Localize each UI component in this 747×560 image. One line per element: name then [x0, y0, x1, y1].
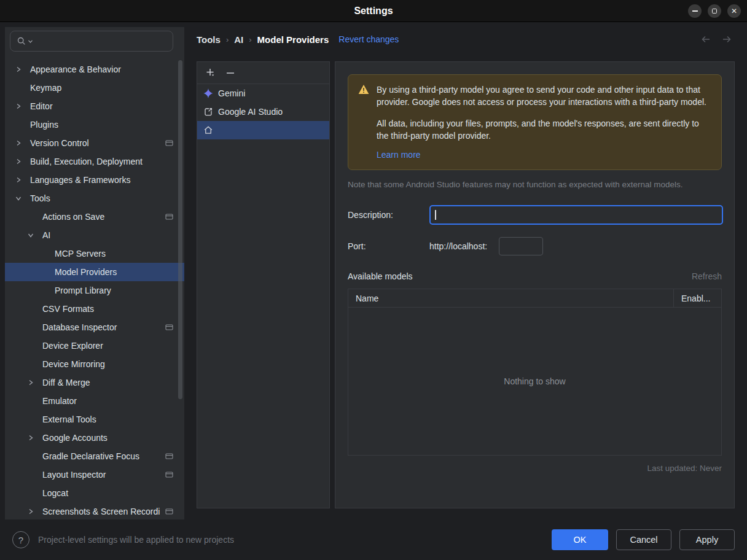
chevron-spacer — [25, 340, 37, 352]
sidebar-item-prompt-library[interactable]: Prompt Library — [5, 281, 184, 300]
sidebar-item-database-inspector[interactable]: Database Inspector — [5, 318, 184, 336]
description-input[interactable] — [429, 205, 723, 225]
apply-button[interactable]: Apply — [679, 529, 735, 550]
sidebar-item-keymap[interactable]: Keymap — [5, 79, 184, 97]
back-arrow-icon[interactable] — [700, 35, 711, 44]
sidebar-item-device-mirroring[interactable]: Device Mirroring — [5, 355, 184, 373]
minimize-icon — [692, 10, 698, 12]
sidebar-item-appearance-behavior[interactable]: Appearance & Behavior — [5, 60, 184, 79]
sidebar-item-logcat[interactable]: Logcat — [5, 484, 184, 502]
sidebar-item-gradle-declarative-focus[interactable]: Gradle Declarative Focus — [5, 447, 184, 465]
provider-item-google-ai-studio[interactable]: Google AI Studio — [197, 103, 329, 121]
home-icon — [203, 125, 213, 135]
chevron-right-icon[interactable] — [12, 100, 25, 112]
remove-provider-button[interactable] — [225, 68, 236, 79]
project-config-icon — [165, 324, 173, 331]
search-icon — [17, 36, 26, 46]
description-row: Description: — [348, 205, 722, 225]
dialog-footer: ? Project-level settings will be applied… — [0, 519, 747, 560]
chevron-down-icon[interactable] — [12, 192, 25, 204]
sidebar-item-languages-frameworks[interactable]: Languages & Frameworks — [5, 171, 184, 189]
help-button[interactable]: ? — [12, 531, 29, 548]
sidebar-item-label: Logcat — [42, 488, 68, 498]
models-column-header-name[interactable]: Name — [348, 289, 673, 307]
revert-changes-link[interactable]: Revert changes — [338, 34, 399, 44]
provider-item-gemini[interactable]: Gemini — [197, 84, 329, 103]
history-nav — [700, 35, 732, 44]
models-table: NameEnabl... Nothing to show — [348, 289, 722, 456]
port-input[interactable] — [499, 237, 543, 255]
sidebar-item-tools[interactable]: Tools — [5, 189, 184, 208]
sidebar-item-diff-merge[interactable]: Diff & Merge — [5, 373, 184, 392]
models-column-header-enabl[interactable]: Enabl... — [673, 289, 721, 307]
breadcrumb-model-providers: Model Providers — [257, 34, 329, 45]
forward-arrow-icon[interactable] — [721, 35, 732, 44]
sidebar-item-build-execution-deployment[interactable]: Build, Execution, Deployment — [5, 152, 184, 171]
chevron-right-icon[interactable] — [12, 155, 25, 168]
chevron-down-icon[interactable] — [25, 229, 37, 241]
provider-item-new[interactable] — [197, 121, 329, 139]
sidebar-item-emulator[interactable]: Emulator — [5, 392, 184, 410]
breadcrumb-row: Tools›AI›Model Providers Revert changes — [197, 31, 735, 48]
maximize-button[interactable] — [708, 4, 721, 18]
sidebar-item-label: Layout Inspector — [42, 470, 106, 480]
chevron-right-icon[interactable] — [25, 432, 37, 444]
sidebar-item-editor[interactable]: Editor — [5, 97, 184, 115]
search-input[interactable] — [10, 31, 173, 52]
last-updated-text: Last updated: Never — [348, 464, 722, 473]
breadcrumb-ai[interactable]: AI — [234, 34, 243, 45]
warning-banner: By using a third-party model you agree t… — [348, 74, 722, 170]
breadcrumb-tools[interactable]: Tools — [197, 34, 221, 45]
description-label: Description: — [348, 210, 429, 220]
ok-button[interactable]: OK — [552, 529, 608, 550]
chevron-right-icon[interactable] — [25, 376, 37, 389]
sidebar-item-actions-on-save[interactable]: Actions on Save — [5, 208, 184, 226]
sidebar-item-plugins[interactable]: Plugins — [5, 115, 184, 134]
close-button[interactable]: ✕ — [727, 4, 741, 18]
sidebar-scrollbar[interactable] — [178, 60, 182, 399]
chevron-right-icon[interactable] — [12, 137, 25, 149]
cancel-button[interactable]: Cancel — [616, 529, 671, 550]
text-caret — [435, 210, 436, 220]
chevron-spacer — [25, 469, 37, 481]
sidebar-item-csv-formats[interactable]: CSV Formats — [5, 300, 184, 318]
sidebar-item-label: CSV Formats — [42, 304, 94, 314]
sidebar-item-google-accounts[interactable]: Google Accounts — [5, 429, 184, 447]
google-ai-studio-icon — [203, 107, 213, 117]
sidebar-item-label: AI — [42, 230, 50, 240]
sidebar-item-device-explorer[interactable]: Device Explorer — [5, 336, 184, 355]
chevron-spacer — [12, 82, 25, 94]
close-icon: ✕ — [731, 7, 737, 15]
empty-table-text: Nothing to show — [504, 376, 565, 386]
refresh-link[interactable]: Refresh — [692, 271, 722, 281]
chevron-right-icon[interactable] — [12, 174, 25, 186]
add-provider-button[interactable] — [205, 68, 216, 79]
search-options-chevron-icon[interactable] — [28, 40, 33, 43]
sidebar-item-label: Version Control — [30, 138, 89, 148]
sidebar-item-mcp-servers[interactable]: MCP Servers — [5, 244, 184, 263]
sidebar-item-label: Google Accounts — [42, 433, 108, 443]
learn-more-link[interactable]: Learn more — [377, 150, 421, 160]
provider-list-panel: GeminiGoogle AI Studio — [197, 61, 330, 508]
breadcrumb: Tools›AI›Model Providers — [197, 34, 329, 45]
sidebar-item-label: Prompt Library — [55, 286, 111, 295]
sidebar-item-version-control[interactable]: Version Control — [5, 134, 184, 152]
chevron-right-icon[interactable] — [25, 505, 37, 518]
sidebar-item-screenshots-screen-recordi[interactable]: Screenshots & Screen Recordi — [5, 502, 184, 519]
sidebar-item-external-tools[interactable]: External Tools — [5, 410, 184, 429]
warning-icon — [358, 84, 369, 160]
gemini-icon — [203, 88, 213, 98]
sidebar-item-layout-inspector[interactable]: Layout Inspector — [5, 465, 184, 484]
sidebar-item-label: Device Mirroring — [42, 359, 105, 369]
settings-sidebar: Appearance & BehaviorKeymapEditorPlugins… — [5, 27, 184, 519]
model-provider-detail-panel: By using a third-party model you agree t… — [335, 61, 735, 508]
chevron-spacer — [37, 284, 49, 297]
sidebar-item-label: Model Providers — [55, 267, 117, 277]
chevron-right-icon[interactable] — [12, 63, 25, 76]
titlebar: Settings ✕ — [0, 0, 747, 22]
available-models-row: Available models Refresh — [348, 271, 722, 281]
sidebar-item-ai[interactable]: AI — [5, 226, 184, 244]
minimize-button[interactable] — [688, 4, 702, 18]
available-models-label: Available models — [348, 271, 413, 281]
sidebar-item-model-providers[interactable]: Model Providers — [5, 263, 184, 281]
